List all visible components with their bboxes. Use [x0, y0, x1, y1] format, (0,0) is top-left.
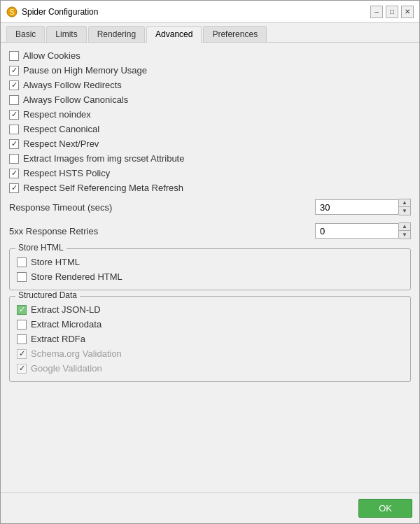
tab-limits[interactable]: Limits	[46, 26, 86, 42]
spinner-retries-up[interactable]: ▲	[399, 223, 410, 231]
label-retries: 5xx Response Retries	[9, 226, 309, 236]
checkbox-pause-memory[interactable]	[9, 66, 19, 76]
label-allow-cookies: Allow Cookies	[23, 50, 80, 61]
spinner-timeout-btns: ▲ ▼	[399, 199, 411, 215]
label-follow-redirects: Always Follow Redirects	[23, 80, 122, 90]
label-pause-memory: Pause on High Memory Usage	[23, 65, 147, 76]
title-bar: S Spider Configuration – □ ✕	[1, 1, 419, 23]
checkbox-row-hsts: Respect HSTS Policy	[9, 166, 411, 180]
checkbox-follow-canonicals[interactable]	[9, 95, 19, 105]
minimize-button[interactable]: –	[370, 6, 383, 18]
label-respect-canonical: Respect Canonical	[23, 124, 99, 134]
checkbox-store-html[interactable]	[17, 257, 27, 267]
checkbox-row-microdata: Extract Microdata	[17, 317, 403, 332]
label-store-html: Store HTML	[31, 257, 80, 267]
checkbox-json-ld[interactable]	[17, 305, 27, 315]
checkbox-rdfa[interactable]	[17, 334, 27, 344]
title-bar-left: S Spider Configuration	[6, 6, 98, 17]
checkbox-row-store-rendered-html: Store Rendered HTML	[17, 269, 403, 284]
spinner-timeout-down[interactable]: ▼	[399, 207, 410, 215]
group-structured-data: Structured Data Extract JSON-LD Extract …	[9, 296, 411, 382]
label-follow-canonicals: Always Follow Canonicals	[23, 94, 128, 105]
group-store-html: Store HTML Store HTML Store Rendered HTM…	[9, 248, 411, 290]
checkbox-google-validation	[17, 364, 27, 374]
label-google-validation: Google Validation	[31, 363, 102, 374]
checkbox-row-rdfa: Extract RDFa	[17, 332, 403, 346]
spinner-retries-down[interactable]: ▼	[399, 231, 410, 239]
checkbox-row-google-validation: Google Validation	[17, 361, 403, 376]
scroll-area[interactable]: Allow Cookies Pause on High Memory Usage…	[1, 43, 419, 493]
checkbox-store-rendered-html[interactable]	[17, 272, 27, 282]
input-timeout[interactable]	[315, 199, 399, 215]
window: S Spider Configuration – □ ✕ Basic Limit…	[0, 0, 420, 524]
checkbox-hsts[interactable]	[9, 169, 19, 178]
checkbox-row-store-html: Store HTML	[17, 255, 403, 269]
checkbox-allow-cookies[interactable]	[9, 51, 19, 61]
ok-button[interactable]: OK	[358, 499, 412, 518]
tab-advanced[interactable]: Advanced	[146, 26, 202, 43]
tab-basic[interactable]: Basic	[6, 26, 45, 42]
checkbox-row-extract-images: Extract Images from img srcset Attribute	[9, 151, 411, 166]
checkbox-microdata[interactable]	[17, 320, 27, 330]
close-button[interactable]: ✕	[401, 6, 414, 18]
group-label-store-html: Store HTML	[15, 243, 66, 253]
label-json-ld: Extract JSON-LD	[31, 304, 101, 315]
group-label-structured-data: Structured Data	[15, 290, 80, 300]
label-store-rendered-html: Store Rendered HTML	[31, 271, 122, 282]
checkbox-meta-refresh[interactable]	[9, 183, 19, 193]
tab-rendering[interactable]: Rendering	[88, 26, 145, 42]
checkbox-row-follow-redirects: Always Follow Redirects	[9, 78, 411, 92]
label-rdfa: Extract RDFa	[31, 334, 85, 344]
spinner-timeout-up[interactable]: ▲	[399, 199, 410, 207]
field-row-retries: 5xx Response Retries ▲ ▼	[9, 219, 411, 243]
label-extract-images: Extract Images from img srcset Attribute	[23, 153, 184, 164]
checkbox-schema-validation	[17, 349, 27, 359]
checkbox-follow-redirects[interactable]	[9, 80, 19, 90]
checkbox-row-respect-canonical: Respect Canonical	[9, 122, 411, 136]
checkbox-respect-canonical[interactable]	[9, 125, 19, 134]
checkbox-respect-noindex[interactable]	[9, 110, 19, 120]
field-row-timeout: Response Timeout (secs) ▲ ▼	[9, 195, 411, 219]
input-retries[interactable]	[315, 223, 399, 239]
checkbox-row-respect-nextprev: Respect Next/Prev	[9, 136, 411, 151]
spinner-retries-btns: ▲ ▼	[399, 222, 411, 239]
checkbox-row-respect-noindex: Respect noindex	[9, 107, 411, 122]
svg-text:S: S	[10, 8, 15, 16]
checkbox-extract-images[interactable]	[9, 154, 19, 164]
label-schema-validation: Schema.org Validation	[31, 348, 122, 359]
maximize-button[interactable]: □	[386, 6, 398, 18]
window-title: Spider Configuration	[22, 7, 98, 17]
footer: OK	[1, 493, 419, 523]
label-microdata: Extract Microdata	[31, 319, 102, 330]
tab-bar: Basic Limits Rendering Advanced Preferen…	[1, 23, 419, 43]
checkbox-row-meta-refresh: Respect Self Referencing Meta Refresh	[9, 180, 411, 195]
checkbox-row-allow-cookies: Allow Cookies	[9, 48, 411, 63]
label-timeout: Response Timeout (secs)	[9, 202, 309, 213]
label-meta-refresh: Respect Self Referencing Meta Refresh	[23, 183, 183, 193]
label-respect-noindex: Respect noindex	[23, 109, 91, 120]
label-hsts: Respect HSTS Policy	[23, 168, 110, 178]
app-icon: S	[6, 6, 18, 17]
checkbox-row-json-ld: Extract JSON-LD	[17, 302, 403, 317]
spinner-timeout: ▲ ▼	[315, 199, 411, 215]
content-area: Allow Cookies Pause on High Memory Usage…	[1, 43, 419, 493]
label-respect-nextprev: Respect Next/Prev	[23, 139, 99, 149]
checkbox-row-schema-validation: Schema.org Validation	[17, 346, 403, 361]
checkbox-row-pause-memory: Pause on High Memory Usage	[9, 63, 411, 78]
title-controls: – □ ✕	[370, 6, 414, 18]
spinner-retries: ▲ ▼	[315, 222, 411, 239]
tab-preferences[interactable]: Preferences	[203, 26, 267, 42]
checkbox-row-follow-canonicals: Always Follow Canonicals	[9, 92, 411, 107]
checkbox-respect-nextprev[interactable]	[9, 139, 19, 149]
